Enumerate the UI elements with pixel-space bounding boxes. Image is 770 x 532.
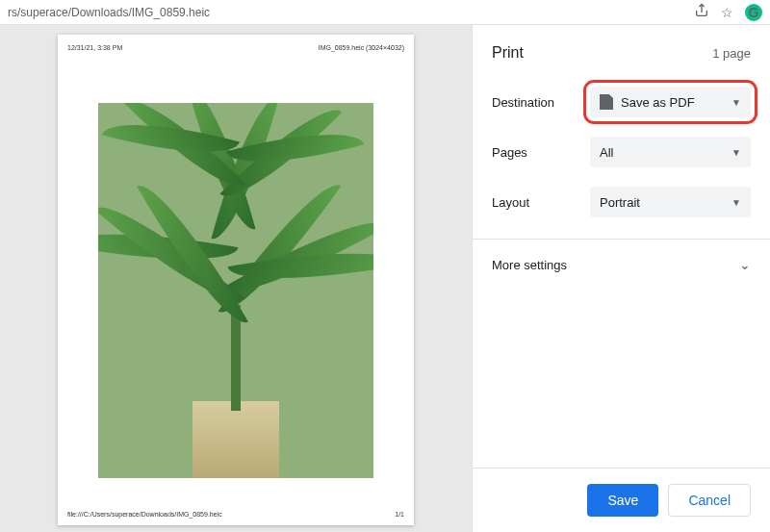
dropdown-caret-icon: ▼ <box>732 197 741 208</box>
destination-select[interactable]: Save as PDF ▼ <box>590 87 751 117</box>
preview-page-number: 1/1 <box>395 511 404 518</box>
pdf-icon <box>600 94 613 110</box>
layout-value: Portrait <box>600 195 640 210</box>
address-path: rs/superace/Downloads/IMG_0859.heic <box>8 6 694 19</box>
layout-select[interactable]: Portrait ▼ <box>590 187 751 217</box>
more-settings-label: More settings <box>492 258 567 272</box>
preview-footer-path: file:///C:/Users/superace/Downloads/IMG_… <box>67 511 222 518</box>
preview-filename: IMG_0859.heic (3024×4032) <box>319 44 404 51</box>
panel-actions: Save Cancel <box>473 468 770 532</box>
preview-image-wrap <box>67 55 404 511</box>
address-bar: rs/superace/Downloads/IMG_0859.heic ☆ G <box>0 0 770 25</box>
layout-row: Layout Portrait ▼ <box>473 177 770 227</box>
star-icon[interactable]: ☆ <box>721 5 733 20</box>
chevron-down-icon: ⌄ <box>739 257 751 272</box>
cancel-button[interactable]: Cancel <box>668 484 751 517</box>
destination-label: Destination <box>492 95 578 110</box>
preview-image <box>98 103 373 478</box>
destination-row: Destination Save as PDF ▼ <box>473 77 770 127</box>
pages-select[interactable]: All ▼ <box>590 137 751 167</box>
save-button[interactable]: Save <box>587 484 658 517</box>
pages-value: All <box>600 145 613 160</box>
preview-timestamp: 12/31/21, 3:38 PM <box>67 44 122 51</box>
panel-title: Print <box>492 44 524 62</box>
layout-label: Layout <box>492 195 578 210</box>
pages-row: Pages All ▼ <box>473 127 770 177</box>
print-panel: Print 1 page Destination Save as PDF ▼ P… <box>472 25 770 532</box>
address-actions: ☆ G <box>694 3 762 21</box>
destination-value: Save as PDF <box>621 95 695 110</box>
pages-label: Pages <box>492 145 578 160</box>
dropdown-caret-icon: ▼ <box>732 97 741 108</box>
share-icon[interactable] <box>694 3 709 21</box>
more-settings-toggle[interactable]: More settings ⌄ <box>473 240 770 290</box>
panel-header: Print 1 page <box>473 25 770 77</box>
dropdown-caret-icon: ▼ <box>732 147 741 158</box>
print-preview-area: 12/31/21, 3:38 PM IMG_0859.heic (3024×40… <box>0 25 472 532</box>
extension-badge[interactable]: G <box>745 4 762 21</box>
page-count: 1 page <box>712 46 751 61</box>
preview-page: 12/31/21, 3:38 PM IMG_0859.heic (3024×40… <box>58 35 414 525</box>
